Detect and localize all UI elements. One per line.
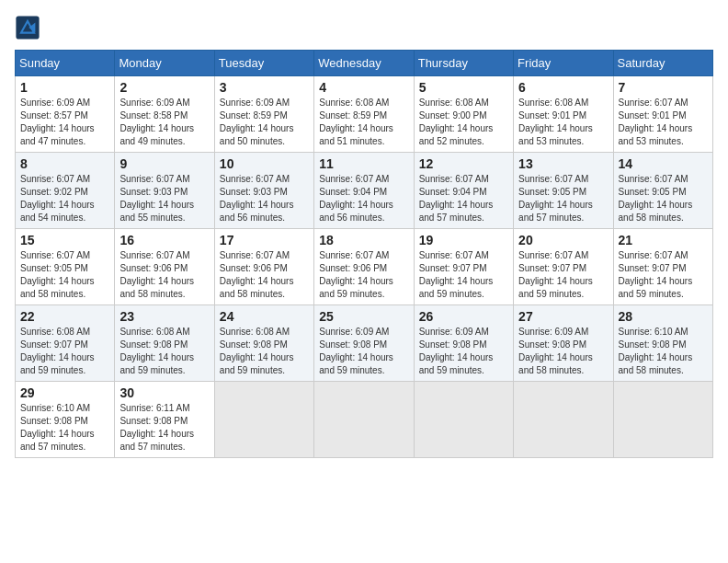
calendar-day-header: Monday — [115, 51, 214, 76]
cell-info: Sunrise: 6:09 AMSunset: 8:57 PMDaylight:… — [20, 97, 109, 148]
cell-info: Sunrise: 6:08 AMSunset: 9:07 PMDaylight:… — [20, 326, 109, 377]
calendar-day-cell: 19Sunrise: 6:07 AMSunset: 9:07 PMDayligh… — [414, 229, 513, 305]
cell-info: Sunrise: 6:07 AMSunset: 9:02 PMDaylight:… — [20, 173, 109, 224]
day-number: 3 — [220, 80, 309, 95]
calendar-day-cell: 13Sunrise: 6:07 AMSunset: 9:05 PMDayligh… — [514, 153, 613, 229]
calendar-day-header: Wednesday — [314, 51, 414, 76]
calendar-day-cell: 10Sunrise: 6:07 AMSunset: 9:03 PMDayligh… — [214, 153, 313, 229]
cell-info: Sunrise: 6:07 AMSunset: 9:06 PMDaylight:… — [119, 249, 209, 301]
cell-info: Sunrise: 6:07 AMSunset: 9:07 PMDaylight:… — [419, 249, 508, 301]
day-number: 26 — [419, 309, 508, 324]
day-number: 24 — [220, 309, 309, 324]
calendar-week-row: 8Sunrise: 6:07 AMSunset: 9:02 PMDaylight… — [16, 153, 713, 229]
calendar-day-cell: 28Sunrise: 6:10 AMSunset: 9:08 PMDayligh… — [613, 305, 712, 382]
day-number: 16 — [119, 233, 209, 247]
day-number: 18 — [319, 233, 408, 247]
calendar-week-row: 1Sunrise: 6:09 AMSunset: 8:57 PMDaylight… — [16, 76, 713, 153]
calendar-week-row: 15Sunrise: 6:07 AMSunset: 9:05 PMDayligh… — [16, 229, 713, 305]
calendar-week-row: 22Sunrise: 6:08 AMSunset: 9:07 PMDayligh… — [16, 305, 713, 382]
cell-info: Sunrise: 6:07 AMSunset: 9:06 PMDaylight:… — [319, 249, 408, 301]
calendar-day-header: Tuesday — [214, 51, 313, 76]
cell-info: Sunrise: 6:07 AMSunset: 9:06 PMDaylight:… — [220, 249, 309, 301]
calendar-day-cell: 16Sunrise: 6:07 AMSunset: 9:06 PMDayligh… — [115, 229, 214, 305]
calendar-day-cell — [613, 382, 712, 458]
day-number: 13 — [518, 156, 608, 171]
day-number: 6 — [518, 80, 608, 95]
calendar-day-header: Friday — [514, 51, 613, 76]
day-number: 20 — [518, 233, 608, 247]
calendar-day-cell: 22Sunrise: 6:08 AMSunset: 9:07 PMDayligh… — [16, 305, 115, 382]
cell-info: Sunrise: 6:07 AMSunset: 9:01 PMDaylight:… — [619, 97, 708, 148]
calendar-table: SundayMondayTuesdayWednesdayThursdayFrid… — [15, 50, 713, 458]
calendar-day-cell: 26Sunrise: 6:09 AMSunset: 9:08 PMDayligh… — [414, 305, 513, 382]
calendar-day-cell: 17Sunrise: 6:07 AMSunset: 9:06 PMDayligh… — [214, 229, 313, 305]
calendar-day-cell: 12Sunrise: 6:07 AMSunset: 9:04 PMDayligh… — [414, 153, 513, 229]
cell-info: Sunrise: 6:09 AMSunset: 9:08 PMDaylight:… — [518, 326, 608, 377]
calendar-day-cell: 4Sunrise: 6:08 AMSunset: 8:59 PMDaylight… — [314, 76, 414, 153]
cell-info: Sunrise: 6:08 AMSunset: 9:00 PMDaylight:… — [419, 97, 508, 148]
day-number: 15 — [20, 233, 109, 247]
calendar-day-cell — [514, 382, 613, 458]
day-number: 21 — [619, 233, 708, 247]
cell-info: Sunrise: 6:07 AMSunset: 9:05 PMDaylight:… — [20, 249, 109, 301]
calendar-day-header: Sunday — [16, 51, 115, 76]
cell-info: Sunrise: 6:07 AMSunset: 9:07 PMDaylight:… — [518, 249, 608, 301]
day-number: 14 — [619, 156, 708, 171]
calendar-day-cell: 3Sunrise: 6:09 AMSunset: 8:59 PMDaylight… — [214, 76, 313, 153]
day-number: 12 — [419, 156, 508, 171]
cell-info: Sunrise: 6:09 AMSunset: 8:58 PMDaylight:… — [119, 97, 209, 148]
calendar-day-cell: 25Sunrise: 6:09 AMSunset: 9:08 PMDayligh… — [314, 305, 414, 382]
calendar-day-cell — [214, 382, 313, 458]
calendar-body: 1Sunrise: 6:09 AMSunset: 8:57 PMDaylight… — [16, 76, 713, 458]
day-number: 2 — [119, 80, 209, 95]
calendar-day-cell: 8Sunrise: 6:07 AMSunset: 9:02 PMDaylight… — [16, 153, 115, 229]
calendar-day-cell: 30Sunrise: 6:11 AMSunset: 9:08 PMDayligh… — [115, 382, 214, 458]
cell-info: Sunrise: 6:11 AMSunset: 9:08 PMDaylight:… — [119, 402, 209, 454]
calendar-day-cell: 23Sunrise: 6:08 AMSunset: 9:08 PMDayligh… — [115, 305, 214, 382]
calendar-day-header: Thursday — [414, 51, 513, 76]
calendar-header-row: SundayMondayTuesdayWednesdayThursdayFrid… — [16, 51, 713, 76]
day-number: 30 — [119, 385, 209, 400]
cell-info: Sunrise: 6:07 AMSunset: 9:05 PMDaylight:… — [518, 173, 608, 224]
cell-info: Sunrise: 6:09 AMSunset: 9:08 PMDaylight:… — [319, 326, 408, 377]
day-number: 22 — [20, 309, 109, 324]
calendar-day-cell: 20Sunrise: 6:07 AMSunset: 9:07 PMDayligh… — [514, 229, 613, 305]
cell-info: Sunrise: 6:07 AMSunset: 9:07 PMDaylight:… — [619, 249, 708, 301]
day-number: 25 — [319, 309, 408, 324]
calendar-day-cell: 14Sunrise: 6:07 AMSunset: 9:05 PMDayligh… — [613, 153, 712, 229]
day-number: 10 — [220, 156, 309, 171]
cell-info: Sunrise: 6:08 AMSunset: 9:08 PMDaylight:… — [220, 326, 309, 377]
cell-info: Sunrise: 6:08 AMSunset: 9:01 PMDaylight:… — [518, 97, 608, 148]
calendar-day-cell: 21Sunrise: 6:07 AMSunset: 9:07 PMDayligh… — [613, 229, 712, 305]
calendar-day-cell: 18Sunrise: 6:07 AMSunset: 9:06 PMDayligh… — [314, 229, 414, 305]
calendar-day-cell: 27Sunrise: 6:09 AMSunset: 9:08 PMDayligh… — [514, 305, 613, 382]
calendar-day-cell: 9Sunrise: 6:07 AMSunset: 9:03 PMDaylight… — [115, 153, 214, 229]
calendar-day-cell: 11Sunrise: 6:07 AMSunset: 9:04 PMDayligh… — [314, 153, 414, 229]
calendar-day-cell: 15Sunrise: 6:07 AMSunset: 9:05 PMDayligh… — [16, 229, 115, 305]
cell-info: Sunrise: 6:07 AMSunset: 9:03 PMDaylight:… — [220, 173, 309, 224]
day-number: 17 — [220, 233, 309, 247]
calendar-day-cell: 1Sunrise: 6:09 AMSunset: 8:57 PMDaylight… — [16, 76, 115, 153]
cell-info: Sunrise: 6:07 AMSunset: 9:05 PMDaylight:… — [619, 173, 708, 224]
calendar-day-cell — [414, 382, 513, 458]
cell-info: Sunrise: 6:07 AMSunset: 9:04 PMDaylight:… — [319, 173, 408, 224]
day-number: 19 — [419, 233, 508, 247]
day-number: 27 — [518, 309, 608, 324]
calendar-day-cell: 2Sunrise: 6:09 AMSunset: 8:58 PMDaylight… — [115, 76, 214, 153]
cell-info: Sunrise: 6:09 AMSunset: 9:08 PMDaylight:… — [419, 326, 508, 377]
cell-info: Sunrise: 6:10 AMSunset: 9:08 PMDaylight:… — [619, 326, 708, 377]
calendar-day-cell: 5Sunrise: 6:08 AMSunset: 9:00 PMDaylight… — [414, 76, 513, 153]
cell-info: Sunrise: 6:07 AMSunset: 9:03 PMDaylight:… — [119, 173, 209, 224]
cell-info: Sunrise: 6:08 AMSunset: 9:08 PMDaylight:… — [119, 326, 209, 377]
cell-info: Sunrise: 6:07 AMSunset: 9:04 PMDaylight:… — [419, 173, 508, 224]
page-header — [15, 15, 713, 40]
day-number: 7 — [619, 80, 708, 95]
calendar-day-cell: 6Sunrise: 6:08 AMSunset: 9:01 PMDaylight… — [514, 76, 613, 153]
calendar-day-cell: 29Sunrise: 6:10 AMSunset: 9:08 PMDayligh… — [16, 382, 115, 458]
day-number: 1 — [20, 80, 109, 95]
logo-icon — [15, 15, 40, 40]
calendar-week-row: 29Sunrise: 6:10 AMSunset: 9:08 PMDayligh… — [16, 382, 713, 458]
calendar-day-cell — [314, 382, 414, 458]
day-number: 5 — [419, 80, 508, 95]
logo — [15, 15, 44, 40]
